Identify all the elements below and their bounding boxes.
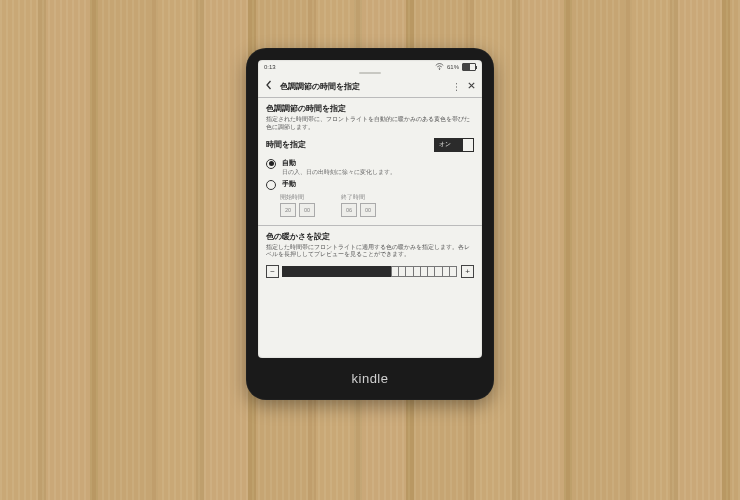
- section-desc: 指定された時間帯に、フロントライトを自動的に暖かみのある黄色を帯びた色に調節しま…: [266, 116, 474, 132]
- status-time: 0:13: [264, 64, 276, 70]
- warmth-plus-button[interactable]: +: [461, 265, 474, 278]
- close-icon[interactable]: [467, 81, 476, 92]
- kindle-screen: 0:13 61% 色調調節の時間を指定 ⋯: [258, 60, 482, 358]
- battery-icon: [462, 63, 476, 71]
- page-title: 色調調節の時間を指定: [280, 81, 445, 92]
- section-heading: 色調調節の時間を指定: [266, 104, 474, 114]
- start-caption: 開始時間: [280, 194, 315, 201]
- option-auto-sub: 日の入、日の出時刻に徐々に変化します。: [282, 169, 396, 176]
- kebab-menu-icon[interactable]: ⋯: [451, 81, 462, 91]
- schedule-toggle[interactable]: オン: [434, 138, 474, 152]
- option-manual[interactable]: 手動: [266, 179, 474, 190]
- warmth-heading: 色の暖かさを設定: [266, 232, 474, 242]
- option-auto-label: 自動: [282, 159, 296, 166]
- warmth-desc: 指定した時間帯にフロントライトに適用する色の暖かみを指定します。各レベルを長押し…: [266, 244, 474, 260]
- battery-pct: 61%: [447, 64, 459, 70]
- option-auto[interactable]: 自動 日の入、日の出時刻に徐々に変化します。: [266, 158, 474, 176]
- warmth-seg[interactable]: [449, 266, 457, 277]
- radio-manual[interactable]: [266, 180, 276, 190]
- start-hour-input[interactable]: 20: [280, 203, 296, 217]
- radio-auto[interactable]: [266, 159, 276, 169]
- wood-surface: kindle 0:13 61% 色調調節の時間を指定 ⋯: [0, 0, 740, 500]
- drag-handle-icon[interactable]: [359, 72, 381, 74]
- status-bar: 0:13 61%: [258, 60, 482, 72]
- option-manual-label: 手動: [282, 179, 296, 190]
- page-header: 色調調節の時間を指定 ⋯: [258, 77, 482, 98]
- schedule-toggle-row: 時間を指定 オン: [266, 138, 474, 152]
- end-hour-input[interactable]: 06: [341, 203, 357, 217]
- schedule-label: 時間を指定: [266, 140, 306, 150]
- manual-times: 開始時間 20 00 終了時間 06 00: [280, 194, 474, 217]
- warmth-track[interactable]: [283, 266, 457, 277]
- kindle-device: kindle 0:13 61% 色調調節の時間を指定 ⋯: [246, 48, 494, 400]
- divider: [258, 225, 482, 226]
- warmth-slider: − +: [266, 265, 474, 278]
- start-min-input[interactable]: 00: [299, 203, 315, 217]
- svg-point-0: [439, 69, 440, 70]
- toggle-knob: [463, 139, 473, 151]
- content-area: 色調調節の時間を指定 指定された時間帯に、フロントライトを自動的に暖かみのある黄…: [258, 98, 482, 286]
- warmth-minus-button[interactable]: −: [266, 265, 279, 278]
- back-icon[interactable]: [264, 80, 274, 92]
- toggle-label: オン: [434, 140, 451, 149]
- end-caption: 終了時間: [341, 194, 376, 201]
- wifi-icon: [435, 63, 444, 71]
- end-min-input[interactable]: 00: [360, 203, 376, 217]
- device-brand: kindle: [246, 371, 494, 386]
